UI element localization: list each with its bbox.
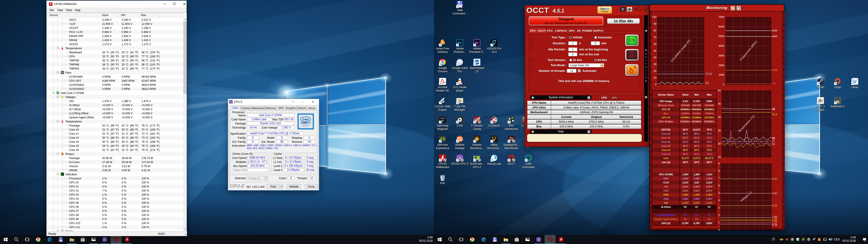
svg-text:CORE i7: CORE i7 [301,122,311,124]
svg-text:3: 3 [821,99,823,103]
svg-text:inside™: inside™ [303,124,309,126]
svg-text:intel: intel [303,118,309,121]
